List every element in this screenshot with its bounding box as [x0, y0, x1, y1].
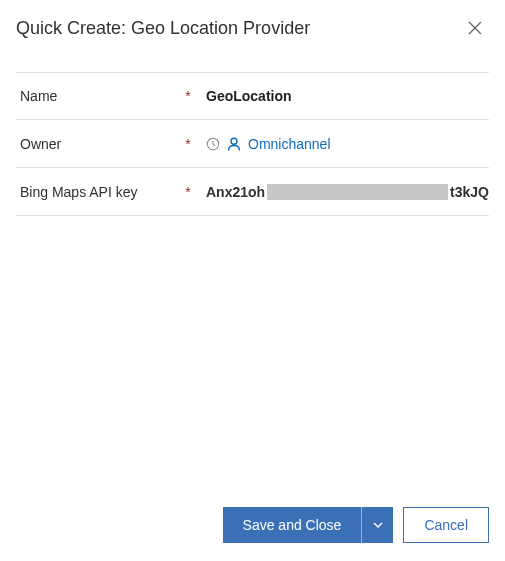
required-indicator: * — [180, 136, 196, 152]
save-and-close-label: Save and Close — [243, 517, 342, 533]
cancel-label: Cancel — [424, 517, 468, 533]
apikey-value: Anx21oh t3kJQ — [206, 184, 489, 200]
person-icon — [226, 136, 242, 152]
form-body: Name * GeoLocation Owner * Omnichannel B… — [16, 72, 489, 216]
close-icon — [468, 21, 482, 35]
panel-title: Quick Create: Geo Location Provider — [16, 18, 310, 39]
field-row-owner: Owner * Omnichannel — [16, 120, 489, 168]
panel-header: Quick Create: Geo Location Provider — [16, 8, 489, 48]
save-and-close-button[interactable]: Save and Close — [223, 507, 362, 543]
name-value: GeoLocation — [206, 88, 292, 104]
quick-create-panel: Quick Create: Geo Location Provider Name… — [0, 0, 505, 216]
field-label-name: Name — [16, 88, 180, 104]
required-indicator: * — [180, 88, 196, 104]
save-and-close-split-button: Save and Close — [223, 507, 394, 543]
field-label-owner: Owner — [16, 136, 180, 152]
panel-footer: Save and Close Cancel — [223, 507, 489, 543]
chevron-down-icon — [372, 519, 384, 531]
apikey-prefix: Anx21oh — [206, 184, 265, 200]
owner-lookup[interactable]: Omnichannel — [196, 136, 489, 152]
apikey-input[interactable]: Anx21oh t3kJQ — [196, 184, 489, 200]
name-input[interactable]: GeoLocation — [196, 88, 489, 104]
field-row-name: Name * GeoLocation — [16, 72, 489, 120]
svg-point-1 — [231, 138, 237, 144]
field-label-apikey: Bing Maps API key — [16, 184, 180, 200]
close-button[interactable] — [461, 14, 489, 42]
apikey-suffix: t3kJQ — [450, 184, 489, 200]
cancel-button[interactable]: Cancel — [403, 507, 489, 543]
required-indicator: * — [180, 184, 196, 200]
field-row-apikey: Bing Maps API key * Anx21oh t3kJQ — [16, 168, 489, 216]
save-and-close-dropdown[interactable] — [361, 507, 393, 543]
owner-value[interactable]: Omnichannel — [248, 136, 331, 152]
apikey-masked — [267, 184, 448, 200]
clock-icon — [206, 137, 220, 151]
